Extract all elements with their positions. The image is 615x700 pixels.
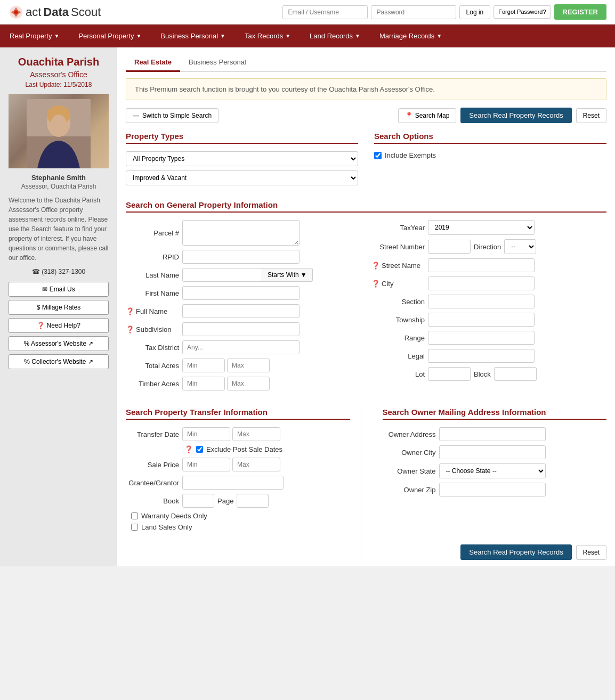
section-input[interactable] — [428, 295, 535, 308]
general-search-left: Parcel # RPID Last Name — [126, 220, 361, 395]
street-number-input[interactable] — [428, 240, 471, 254]
login-button[interactable]: Log in — [459, 5, 491, 19]
search-records-button-top[interactable]: Search Real Property Records — [460, 108, 571, 123]
nav-arrow-personal-property: ▼ — [136, 33, 141, 39]
nav-item-marriage-records[interactable]: Marriage Records ▼ — [370, 25, 451, 47]
tax-year-select[interactable]: 2019 2018 2017 2016 — [428, 220, 535, 235]
page-input[interactable] — [237, 494, 269, 508]
owner-state-select[interactable]: -- Choose State -- ALAKAZAR CACOCTDE FLG… — [439, 463, 546, 478]
rpid-label: RPID — [126, 253, 179, 261]
timber-acres-min[interactable] — [182, 377, 225, 390]
owner-city-input[interactable] — [439, 445, 546, 459]
township-input[interactable] — [428, 313, 535, 327]
township-row: Township — [371, 313, 606, 327]
pin-icon: 📍 — [405, 112, 413, 119]
total-acres-label: Total Acres — [126, 362, 179, 370]
exclude-post-help-icon[interactable]: ❓ — [184, 445, 193, 453]
block-input[interactable] — [494, 367, 537, 381]
transfer-date-min[interactable] — [182, 427, 230, 441]
sale-price-min[interactable] — [182, 458, 230, 471]
owner-zip-input[interactable] — [439, 483, 546, 496]
nav-item-personal-property[interactable]: Personal Property ▼ — [69, 25, 151, 47]
general-search-right: TaxYear 2019 2018 2017 2016 Street Numbe… — [371, 220, 606, 395]
millage-rates-button[interactable]: $ Millage Rates — [9, 300, 109, 315]
city-input[interactable] — [428, 276, 535, 290]
total-acres-max[interactable] — [227, 359, 270, 372]
search-records-button-bottom[interactable]: Search Real Property Records — [460, 544, 571, 560]
include-exempts-row: Include Exempts — [374, 151, 606, 159]
section-label: Section — [371, 298, 425, 306]
property-status-select[interactable]: Improved & Vacant Improved Only Vacant O… — [126, 170, 358, 185]
full-name-input[interactable] — [182, 304, 300, 318]
reset-button-top[interactable]: Reset — [576, 108, 606, 123]
email-input[interactable] — [282, 5, 368, 19]
street-name-input[interactable] — [428, 258, 535, 272]
grantee-grantor-input[interactable] — [182, 476, 284, 490]
range-input[interactable] — [428, 331, 535, 345]
email-us-button[interactable]: ✉ Email Us — [9, 282, 109, 297]
direction-select[interactable]: -- N S E W NE NW SE SW — [504, 239, 536, 254]
parcel-input[interactable] — [182, 220, 300, 246]
street-name-help-icon[interactable]: ❓ — [371, 262, 380, 270]
sidebar-last-update: Last Update: 11/5/2018 — [9, 81, 109, 88]
legal-input[interactable] — [428, 349, 535, 363]
property-type-select[interactable]: All Property Types Residential Commercia… — [126, 151, 358, 166]
include-exempts-checkbox[interactable] — [374, 152, 382, 159]
forgot-password-button[interactable]: Forgot Password? — [493, 5, 551, 19]
last-name-label: Last Name — [126, 271, 179, 279]
password-input[interactable] — [371, 5, 456, 19]
sidebar-parish: Ouachita Parish — [9, 56, 109, 68]
warranty-deeds-checkbox[interactable] — [131, 512, 138, 519]
first-name-input[interactable] — [182, 286, 300, 300]
starts-with-button[interactable]: Starts With ▼ — [262, 268, 313, 282]
city-help-icon[interactable]: ❓ — [371, 280, 380, 288]
transfer-date-row: Transfer Date — [126, 427, 350, 441]
transfer-date-max[interactable] — [232, 427, 280, 441]
lot-input[interactable] — [428, 367, 471, 381]
nav-item-land-records[interactable]: Land Records ▼ — [300, 25, 370, 47]
land-sales-checkbox[interactable] — [131, 524, 138, 531]
nav-item-business-personal[interactable]: Business Personal ▼ — [151, 25, 235, 47]
logo-icon — [9, 5, 23, 20]
nav-item-real-property[interactable]: Real Property ▼ — [0, 25, 69, 47]
first-name-row: First Name — [126, 286, 361, 300]
rpid-row: RPID — [126, 250, 361, 264]
header-right: Log in Forgot Password? REGISTER — [282, 4, 606, 20]
property-status-select-group: Improved & Vacant Improved Only Vacant O… — [126, 170, 358, 185]
tab-real-estate[interactable]: Real Estate — [126, 54, 180, 72]
tax-year-row: TaxYear 2019 2018 2017 2016 — [371, 220, 606, 235]
sale-price-max[interactable] — [232, 458, 280, 471]
reset-button-bottom[interactable]: Reset — [576, 545, 606, 560]
need-help-button[interactable]: ❓ Need Help? — [9, 318, 109, 333]
notice-banner: This Premium search function is brought … — [126, 78, 606, 100]
owner-address-row: Owner Address — [383, 427, 607, 441]
rpid-input[interactable] — [182, 250, 300, 264]
last-name-input[interactable] — [182, 268, 262, 282]
exclude-post-checkbox[interactable] — [196, 446, 203, 453]
owner-address-input[interactable] — [439, 427, 546, 441]
tab-bar: Real Estate Business Personal — [126, 54, 606, 72]
owner-city-row: Owner City — [383, 445, 607, 459]
subdivision-label: ❓ Subdivision — [126, 325, 179, 333]
total-acres-min[interactable] — [182, 359, 225, 372]
sidebar-description: Welcome to the Ouachita Parish Assessor'… — [9, 196, 109, 263]
subdivision-help-icon[interactable]: ❓ — [126, 325, 134, 333]
transfer-date-minmax — [182, 427, 280, 441]
tax-district-input[interactable] — [182, 340, 300, 354]
timber-acres-max[interactable] — [227, 377, 270, 390]
collectors-website-button[interactable]: % Collector's Website ↗ — [9, 354, 109, 369]
search-options-col: Search Options Include Exempts — [374, 132, 606, 190]
book-input[interactable] — [182, 494, 214, 508]
sidebar-photo — [9, 94, 109, 168]
subdivision-input[interactable] — [182, 322, 300, 336]
tab-business-personal[interactable]: Business Personal — [180, 54, 255, 71]
assessors-website-button[interactable]: % Assessor's Website ↗ — [9, 336, 109, 351]
register-button[interactable]: REGISTER — [554, 4, 606, 20]
sidebar: Ouachita Parish Assessor's Office Last U… — [0, 47, 117, 566]
exclude-post-label: Exclude Post Sale Dates — [206, 445, 282, 453]
simple-search-button[interactable]: — Switch to Simple Search — [126, 108, 219, 123]
full-name-help-icon[interactable]: ❓ — [126, 307, 134, 315]
grantee-grantor-row: Grantee/Grantor — [126, 476, 350, 490]
search-map-button[interactable]: 📍 Search Map — [398, 108, 457, 123]
nav-item-tax-records[interactable]: Tax Records ▼ — [235, 25, 300, 47]
